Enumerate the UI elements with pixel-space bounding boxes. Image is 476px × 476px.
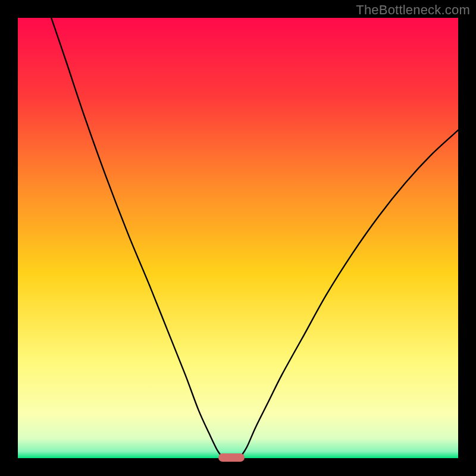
plot-area — [18, 18, 458, 458]
svg-rect-0 — [18, 18, 458, 458]
chart-frame: TheBottleneck.com — [0, 0, 476, 476]
gradient-background — [18, 18, 458, 458]
watermark-text: TheBottleneck.com — [356, 2, 470, 18]
valley-marker — [218, 453, 245, 462]
